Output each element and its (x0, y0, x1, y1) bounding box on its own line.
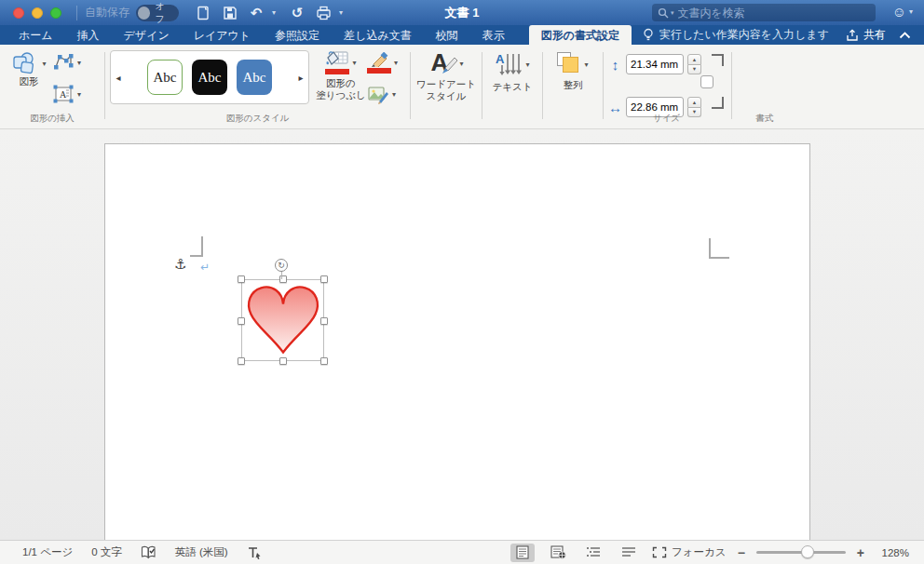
search-box[interactable]: ▾ (652, 4, 876, 21)
text-select-icon[interactable] (247, 545, 262, 560)
tab-layout[interactable]: レイアウト (194, 25, 251, 45)
share-button[interactable]: 共有 (846, 27, 886, 43)
qat-customize-caret-icon[interactable]: ▾ (339, 8, 348, 17)
tell-me-label: 実行したい作業内容を入力します (659, 27, 829, 43)
object-anchor-icon: ⚓ (174, 256, 186, 273)
save-icon[interactable] (220, 4, 240, 22)
fullscreen-button[interactable] (50, 7, 61, 19)
height-stepper[interactable]: ▲ ▼ (687, 54, 701, 74)
undo-caret-icon[interactable]: ▾ (272, 8, 281, 17)
aspect-bracket-top-icon (712, 54, 724, 66)
rotation-handle-stem (281, 271, 282, 279)
shape-height-input[interactable] (626, 54, 684, 74)
tab-references[interactable]: 参照設定 (275, 25, 319, 45)
zoom-out-icon[interactable]: − (738, 545, 745, 560)
status-bar: 1/1 ページ 0 文字 英語 (米国) フォーカス − + 1 (0, 540, 924, 564)
minimize-button[interactable] (32, 7, 43, 19)
new-document-icon[interactable] (194, 4, 214, 22)
view-web-layout-button[interactable] (546, 544, 570, 562)
lightbulb-icon (643, 28, 654, 42)
page-count[interactable]: 1/1 ページ (22, 545, 73, 559)
zoom-level[interactable]: 128% (876, 547, 909, 558)
autosave-label: 自動保存 (85, 5, 129, 20)
resize-handle-e[interactable] (320, 317, 328, 325)
proofing-icon[interactable] (141, 545, 156, 559)
view-draft-button[interactable] (617, 544, 641, 562)
lock-aspect-ratio-checkbox[interactable] (700, 75, 713, 88)
view-outline-button[interactable] (581, 544, 605, 562)
autosave-state: オフ (155, 0, 173, 26)
undo-icon[interactable]: ↶ (246, 4, 266, 22)
focus-mode-button[interactable]: フォーカス (652, 545, 727, 559)
feedback-caret-icon: ▾ (909, 7, 913, 16)
collapse-ribbon-icon[interactable] (899, 32, 911, 39)
tell-me-box[interactable]: 実行したい作業内容を入力します (643, 25, 829, 45)
document-page[interactable]: ⚓ ↵ ↻ (104, 143, 810, 540)
quick-access-toolbar: ↶ ▾ ↺ ▾ (194, 4, 348, 22)
tabbar-right-controls: 共有 (846, 25, 924, 45)
shape-selection-box (241, 279, 324, 361)
focus-label: フォーカス (672, 545, 727, 559)
zoom-in-icon[interactable]: + (857, 545, 864, 560)
tab-shape-format[interactable]: 図形の書式設定 (529, 25, 632, 45)
resize-handle-s[interactable] (279, 357, 287, 365)
toggle-knob (138, 7, 150, 20)
height-step-down-icon: ▼ (687, 65, 701, 75)
tab-mailings[interactable]: 差し込み文書 (344, 25, 412, 45)
smiley-icon: ☺ (892, 4, 906, 20)
group-label-size: サイズ (608, 113, 725, 125)
margin-corner-left-icon (190, 236, 203, 257)
group-format: 書式 ウィンドウ 書式 (732, 45, 797, 128)
titlebar: 自動保存 オフ ↶ ▾ ↺ ▾ 文書 1 ▾ ☺ ▾ (0, 0, 924, 25)
resize-handle-w[interactable] (238, 317, 245, 325)
print-icon[interactable] (313, 4, 333, 22)
share-label: 共有 (863, 27, 886, 43)
aspect-bracket-bottom-icon (712, 97, 724, 109)
group-label-format: 書式 (732, 113, 797, 125)
ribbon-tab-bar: ホーム 挿入 デザイン レイアウト 参照設定 差し込み文書 校閲 表示 図形の書… (0, 25, 924, 45)
resize-handle-sw[interactable] (238, 357, 245, 365)
redo-icon[interactable]: ↺ (287, 4, 307, 22)
language-indicator[interactable]: 英語 (米国) (175, 545, 228, 559)
height-icon: ↕ (608, 57, 622, 73)
tab-review[interactable]: 校閲 (436, 25, 458, 45)
traffic-lights (13, 7, 61, 19)
share-icon (846, 29, 859, 42)
margin-corner-right-icon (709, 238, 729, 259)
autosave-toggle[interactable]: オフ (136, 5, 179, 21)
width-step-up-icon: ▲ (687, 97, 701, 108)
focus-icon (652, 546, 667, 558)
view-print-layout-button[interactable] (510, 544, 535, 562)
group-size: ↕ ▲ ▼ ↔ ▲ ▼ サイズ (0, 45, 731, 128)
window-title: 文書 1 (445, 5, 480, 21)
tab-view[interactable]: 表示 (482, 25, 505, 45)
close-button[interactable] (13, 7, 24, 19)
tab-home[interactable]: ホーム (19, 25, 53, 45)
ribbon: ▾ 図形 ▾ A ▾ 図形の挿入 ◂ Abc Abc Abc ▸ (0, 45, 924, 129)
zoom-slider-handle[interactable] (801, 545, 814, 558)
search-icon (658, 7, 669, 19)
resize-handle-se[interactable] (320, 357, 328, 365)
word-count[interactable]: 0 文字 (91, 545, 122, 559)
zoom-slider[interactable] (756, 551, 846, 554)
tab-design[interactable]: デザイン (124, 25, 170, 45)
tab-insert[interactable]: 挿入 (77, 25, 100, 45)
paragraph-mark-icon: ↵ (200, 261, 210, 274)
rotation-handle[interactable]: ↻ (275, 259, 288, 272)
feedback-control[interactable]: ☺ ▾ (892, 4, 913, 20)
search-scope-caret-icon[interactable]: ▾ (671, 9, 674, 17)
titlebar-divider (76, 6, 77, 20)
document-area: ⚓ ↵ ↻ (0, 129, 924, 540)
search-input[interactable] (678, 7, 836, 20)
resize-handle-nw[interactable] (238, 275, 245, 283)
resize-handle-ne[interactable] (320, 275, 328, 283)
height-step-up-icon: ▲ (687, 54, 701, 65)
